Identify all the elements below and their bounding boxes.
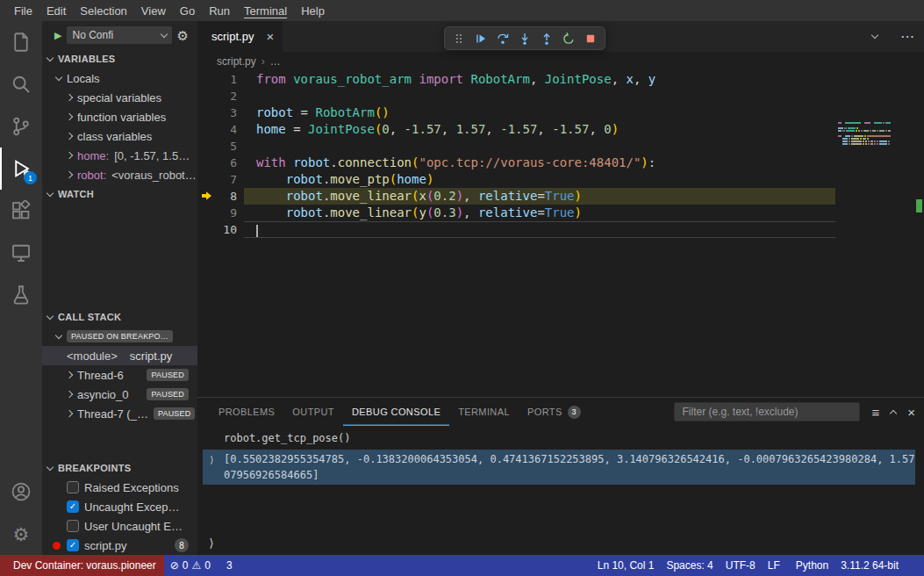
line-content[interactable]: from voraus_robot_arm import RobotArm, J… (244, 71, 835, 88)
tab-script-py[interactable]: script.py × (197, 21, 283, 52)
line-content[interactable]: robot.move_linear(x(0.2), relative=True) (244, 188, 835, 205)
breakpoint-row[interactable]: ✓Uncaught Excep… (42, 497, 197, 516)
line-content[interactable] (244, 88, 835, 104)
console-result[interactable]: ⟩ [0.5502382955354785, -0.13832000643530… (203, 450, 915, 485)
line-content[interactable]: robot = RobotArm() (244, 104, 835, 121)
scope-row-locals[interactable]: Locals (42, 68, 197, 88)
breakpoint-checkbox[interactable]: ✓ (67, 500, 79, 513)
line-content[interactable]: robot.move_linear(y(0.3), relative=True) (244, 205, 835, 221)
code-line[interactable]: 5 (197, 138, 924, 155)
line-gutter[interactable]: 6 (197, 155, 244, 171)
breadcrumb[interactable]: script.py › … (197, 52, 924, 71)
stack-frame-row[interactable]: Thread-6PAUSED (42, 365, 197, 385)
restart-button[interactable] (559, 29, 578, 48)
activity-remote-explorer[interactable] (0, 232, 42, 274)
drag-handle-icon[interactable] (449, 29, 469, 48)
forwarded-ports-status[interactable]: 3 (217, 555, 239, 576)
menu-item-selection[interactable]: Selection (73, 3, 133, 19)
stack-frame-row[interactable]: asyncio_0PAUSED (42, 385, 197, 404)
line-gutter[interactable]: 4 (197, 121, 244, 138)
menu-item-go[interactable]: Go (173, 3, 202, 19)
breakpoint-row[interactable]: User Uncaught E… (42, 516, 197, 536)
breakpoint-row[interactable]: Raised Exceptions (42, 478, 197, 497)
more-actions-icon[interactable]: ⋯ (900, 28, 915, 45)
menu-item-view[interactable]: View (134, 3, 173, 19)
debug-gear-icon[interactable]: ⚙ (177, 29, 189, 42)
line-gutter[interactable]: 8 (197, 188, 244, 205)
stack-frame-row[interactable]: Thread-7 (_…PAUSED (42, 404, 197, 423)
variable-row[interactable]: class variables (42, 126, 197, 146)
line-content[interactable]: robot.move_ptp(home) (244, 171, 835, 188)
debug-status[interactable] (239, 555, 251, 576)
line-gutter[interactable]: 1 (197, 71, 244, 88)
activity-accounts[interactable] (0, 471, 42, 513)
line-content[interactable] (244, 138, 835, 155)
line-content[interactable] (244, 221, 835, 238)
line-gutter[interactable]: 2 (197, 88, 244, 104)
close-panel-icon[interactable]: × (907, 406, 915, 419)
console-filter-input[interactable] (674, 402, 860, 421)
line-content[interactable]: home = JointPose(0, -1.57, 1.57, -1.57, … (244, 121, 835, 138)
breakpoint-checkbox[interactable] (67, 481, 79, 493)
code-line[interactable]: 4home = JointPose(0, -1.57, 1.57, -1.57,… (197, 121, 924, 138)
activity-search[interactable] (0, 63, 42, 105)
code-line[interactable]: 7 robot.move_ptp(home) (197, 171, 924, 188)
console-input-prompt[interactable]: ⟩ (208, 536, 215, 550)
run-python-file-button[interactable] (870, 35, 877, 38)
panel-tab-problems[interactable]: PROBLEMS (210, 398, 283, 426)
activity-settings[interactable]: ⚙ (0, 513, 42, 555)
breakpoint-checkbox[interactable] (67, 520, 79, 532)
breakpoint-checkbox[interactable]: ✓ (67, 539, 79, 551)
code-editor[interactable]: 1from voraus_robot_arm import RobotArm, … (197, 71, 924, 397)
breadcrumb-rest[interactable]: … (270, 55, 281, 68)
line-gutter[interactable]: 7 (197, 171, 244, 188)
variable-row[interactable]: function variables (42, 107, 197, 126)
close-tab-icon[interactable]: × (266, 30, 274, 43)
activity-testing[interactable] (0, 274, 42, 316)
code-line[interactable]: 1from voraus_robot_arm import RobotArm, … (197, 71, 924, 88)
variable-row[interactable]: robot:<voraus_robot… (42, 165, 197, 184)
variables-section-header[interactable]: VARIABLES (42, 49, 197, 68)
breadcrumb-file[interactable]: script.py (217, 55, 256, 68)
step-into-button[interactable] (515, 29, 534, 48)
variable-row[interactable]: home:[0, -1.57, 1.5… (42, 146, 197, 165)
panel-tab-output[interactable]: OUTPUT (283, 398, 343, 426)
encoding-status[interactable]: UTF-8 (720, 555, 762, 576)
debug-console[interactable]: robot.get_tcp_pose() ⟩ [0.55023829553547… (197, 426, 924, 555)
eol-status[interactable]: LF (762, 555, 786, 576)
breakpoint-row[interactable]: ✓script.py8 (42, 536, 197, 555)
line-gutter[interactable]: 5 (197, 138, 244, 155)
stack-frame-row[interactable]: <module>script.py (42, 346, 197, 365)
breakpoints-section-header[interactable]: BREAKPOINTS (42, 458, 197, 478)
code-line[interactable]: 10 (197, 221, 924, 238)
activity-source-control[interactable] (0, 105, 42, 148)
line-gutter[interactable]: 10 (197, 221, 244, 238)
line-gutter[interactable]: 9 (197, 205, 244, 221)
menu-item-file[interactable]: File (7, 3, 39, 19)
continue-button[interactable] (471, 29, 491, 48)
line-content[interactable]: with robot.connection("opc.tcp://voraus-… (244, 155, 835, 171)
activity-run-and-debug[interactable]: 1 (0, 148, 42, 190)
variable-row[interactable]: special variables (42, 88, 197, 107)
debug-session-row[interactable]: PAUSED ON BREAKPO… (42, 327, 197, 346)
menu-item-help[interactable]: Help (294, 3, 332, 19)
indentation-status[interactable]: Spaces: 4 (660, 555, 719, 576)
code-line[interactable]: 9 robot.move_linear(y(0.3), relative=Tru… (197, 205, 924, 221)
python-interpreter-status[interactable]: 3.11.2 64-bit (834, 555, 905, 576)
start-debugging-icon[interactable]: ▶ (54, 31, 61, 40)
maximize-panel-icon[interactable] (890, 409, 897, 416)
panel-tab-terminal[interactable]: TERMINAL (449, 398, 519, 426)
expand-result-icon[interactable]: ⟩ (209, 452, 215, 468)
menu-item-edit[interactable]: Edit (39, 3, 73, 19)
panel-tab-ports[interactable]: PORTS3 (519, 398, 590, 426)
cursor-position-status[interactable]: Ln 10, Col 1 (591, 555, 661, 576)
stop-button[interactable] (581, 29, 600, 48)
call-stack-section-header[interactable]: CALL STACK (42, 307, 197, 327)
notifications-bell-icon[interactable] (905, 555, 917, 576)
step-over-button[interactable] (493, 29, 512, 48)
language-mode-status[interactable]: Python (786, 555, 834, 576)
code-line[interactable]: 3robot = RobotArm() (197, 104, 924, 121)
code-line[interactable]: 6with robot.connection("opc.tcp://voraus… (197, 155, 924, 171)
activity-explorer[interactable] (0, 21, 42, 63)
filter-lines-icon[interactable]: ≡ (871, 406, 879, 419)
